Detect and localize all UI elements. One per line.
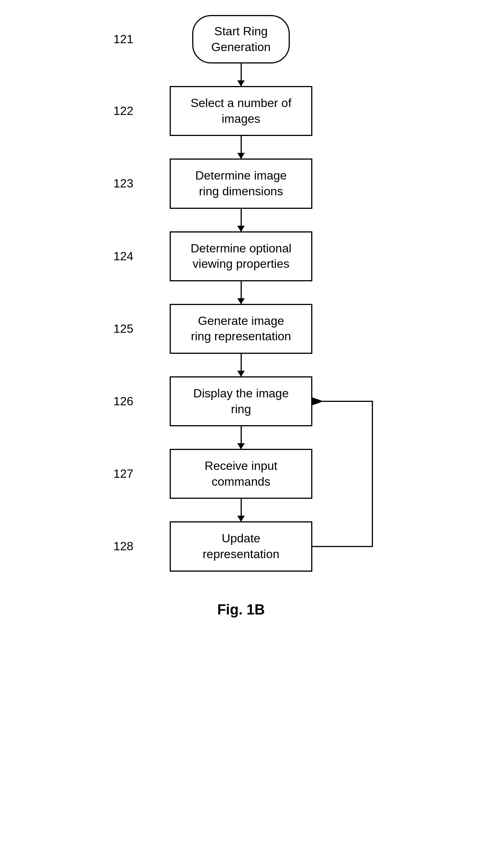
step-125-number: 125 — [113, 322, 133, 336]
step-127-receive: Receive inputcommands — [170, 449, 312, 499]
step-126-wrapper: 126 Display the imagering — [170, 376, 312, 426]
arrow-125-126 — [241, 354, 242, 376]
step-124-wrapper: 124 Determine optionalviewing properties — [170, 231, 312, 281]
step-122-number: 122 — [113, 104, 133, 118]
step-123-wrapper: 123 Determine imagering dimensions — [170, 159, 312, 208]
step-125-generate: Generate imagering representation — [170, 304, 312, 354]
step-121-wrapper: 121 Start RingGeneration — [192, 15, 290, 63]
step-124-number: 124 — [113, 249, 133, 263]
arrow-126-127 — [241, 426, 242, 449]
step-121-start: Start RingGeneration — [192, 15, 290, 63]
step-127-number: 127 — [113, 467, 133, 481]
arrow-123-124 — [241, 209, 242, 231]
arrow-124-125 — [241, 281, 242, 304]
figure-caption: Fig. 1B — [217, 602, 265, 618]
step-125-wrapper: 125 Generate imagering representation — [170, 304, 312, 354]
step-126-number: 126 — [113, 394, 133, 408]
step-127-wrapper: 127 Receive inputcommands — [170, 449, 312, 499]
step-128-wrapper: 128 Updaterepresentation — [170, 521, 312, 571]
arrow-121-122 — [241, 63, 242, 86]
arrow-122-123 — [241, 136, 242, 159]
diagram-container: 121 Start RingGeneration 122 Select a nu… — [0, 0, 482, 826]
step-123-dimensions: Determine imagering dimensions — [170, 159, 312, 208]
step-123-number: 123 — [113, 177, 133, 190]
arrow-127-128 — [241, 499, 242, 521]
step-122-wrapper: 122 Select a number ofimages — [170, 86, 312, 136]
step-126-display: Display the imagering — [170, 376, 312, 426]
step-121-number: 121 — [113, 32, 133, 46]
step-122-select: Select a number ofimages — [170, 86, 312, 136]
step-128-update: Updaterepresentation — [170, 521, 312, 571]
step-124-properties: Determine optionalviewing properties — [170, 231, 312, 281]
step-128-number: 128 — [113, 539, 133, 553]
